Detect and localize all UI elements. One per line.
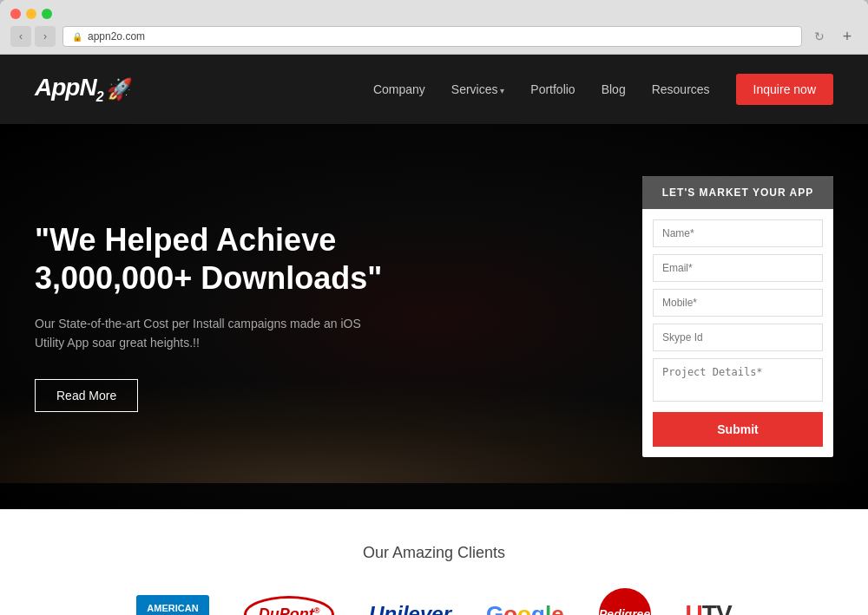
maximize-window-button[interactable] bbox=[42, 9, 52, 19]
nav-item-services[interactable]: Services bbox=[451, 82, 504, 97]
page-content: AppN2 🚀 Company Services Portfolio Blog … bbox=[0, 55, 868, 615]
amex-logo: AMERICANEXPRESS bbox=[136, 595, 208, 615]
contact-form-panel: LET'S MARKET YOUR APP Submit bbox=[642, 176, 833, 457]
hero-subtext: Our State-of-the-art Cost per Install ca… bbox=[35, 314, 365, 353]
minimize-window-button[interactable] bbox=[26, 9, 36, 19]
browser-toolbar: ‹ › 🔒 appn2o.com ↻ + bbox=[10, 26, 858, 54]
client-pedigree: Pedigree bbox=[599, 588, 651, 615]
hero-content: "We Helped Achieve 3,000,000+ Downloads"… bbox=[35, 221, 469, 411]
hero-section: "We Helped Achieve 3,000,000+ Downloads"… bbox=[0, 124, 868, 509]
client-utv: UTV bbox=[686, 600, 732, 615]
project-details-input[interactable] bbox=[653, 358, 823, 402]
browser-window: ‹ › 🔒 appn2o.com ↻ + AppN2 🚀 Company Ser… bbox=[0, 0, 868, 615]
nav-link-services[interactable]: Services bbox=[451, 82, 498, 96]
url-text: appn2o.com bbox=[88, 30, 145, 43]
reload-button[interactable]: ↻ bbox=[809, 26, 830, 47]
nav-link-company[interactable]: Company bbox=[373, 82, 425, 96]
utv-logo: UTV bbox=[686, 600, 732, 615]
name-input[interactable] bbox=[653, 219, 823, 247]
form-body: Submit bbox=[642, 209, 833, 457]
unilever-logo: Unilever bbox=[369, 602, 451, 615]
nav-link-portfolio[interactable]: Portfolio bbox=[530, 82, 575, 96]
nav-item-portfolio[interactable]: Portfolio bbox=[530, 82, 575, 97]
nav-link-blog[interactable]: Blog bbox=[602, 82, 626, 96]
browser-chrome: ‹ › 🔒 appn2o.com ↻ + bbox=[0, 0, 868, 55]
nav-item-resources[interactable]: Resources bbox=[652, 82, 710, 97]
nav-item-company[interactable]: Company bbox=[373, 82, 425, 97]
browser-traffic-lights bbox=[10, 9, 858, 19]
submit-button[interactable]: Submit bbox=[653, 412, 823, 447]
email-input[interactable] bbox=[653, 254, 823, 282]
nav-link-resources[interactable]: Resources bbox=[652, 82, 710, 96]
nav-item-cta[interactable]: Inquire now bbox=[736, 74, 833, 105]
pedigree-logo: Pedigree bbox=[599, 588, 651, 615]
close-window-button[interactable] bbox=[10, 9, 21, 19]
address-bar[interactable]: 🔒 appn2o.com bbox=[62, 26, 802, 47]
clients-title: Our Amazing Clients bbox=[35, 544, 833, 562]
forward-button[interactable]: › bbox=[35, 26, 56, 47]
back-button[interactable]: ‹ bbox=[10, 26, 31, 47]
nav-links: Company Services Portfolio Blog Resource… bbox=[373, 74, 833, 105]
client-google: Google bbox=[486, 601, 564, 616]
mobile-input[interactable] bbox=[653, 289, 823, 317]
logo[interactable]: AppN2 🚀 bbox=[35, 74, 133, 105]
read-more-button[interactable]: Read More bbox=[35, 379, 138, 412]
client-dupont: DuPont® bbox=[244, 596, 335, 616]
dupont-logo: DuPont® bbox=[244, 596, 335, 616]
inquire-now-button[interactable]: Inquire now bbox=[736, 74, 833, 105]
google-logo: Google bbox=[486, 601, 564, 616]
skype-input[interactable] bbox=[653, 324, 823, 351]
lock-icon: 🔒 bbox=[72, 32, 82, 42]
hero-headline: "We Helped Achieve 3,000,000+ Downloads" bbox=[35, 221, 469, 296]
navbar: AppN2 🚀 Company Services Portfolio Blog … bbox=[0, 55, 868, 124]
clients-section: Our Amazing Clients AMERICANEXPRESS DuPo… bbox=[0, 509, 868, 615]
nav-item-blog[interactable]: Blog bbox=[602, 82, 626, 97]
logo-text: AppN2 bbox=[35, 74, 103, 105]
client-amex: AMERICANEXPRESS bbox=[136, 595, 208, 615]
browser-nav-buttons: ‹ › bbox=[10, 26, 56, 47]
client-unilever: Unilever bbox=[369, 602, 451, 615]
clients-logos: AMERICANEXPRESS DuPont® Unilever Google … bbox=[35, 588, 833, 615]
logo-rocket-icon: 🚀 bbox=[107, 77, 133, 101]
new-tab-button[interactable]: + bbox=[837, 26, 858, 47]
form-header: LET'S MARKET YOUR APP bbox=[642, 176, 833, 209]
